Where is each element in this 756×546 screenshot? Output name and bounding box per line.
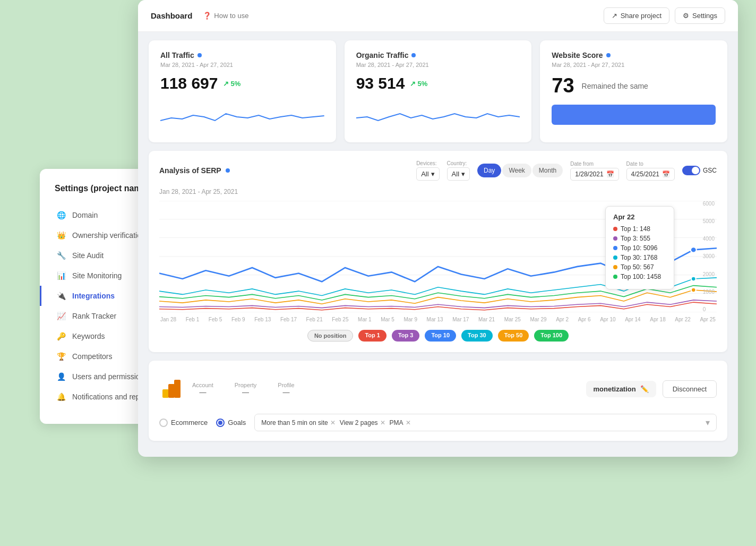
ecommerce-radio[interactable]: Ecommerce — [159, 419, 208, 427]
x-label: Apr 6 — [578, 317, 591, 322]
profile-group: Profile — — [278, 382, 294, 396]
tooltip-dot — [613, 275, 617, 279]
date-to-control: Date to 4/25/2021 📅 — [626, 161, 675, 181]
sidebar-item-label: Keywords — [72, 332, 105, 340]
x-label: Mar 25 — [504, 317, 521, 322]
disconnect-button[interactable]: Disconnect — [663, 380, 717, 398]
x-label: Apr 10 — [600, 317, 615, 322]
howto-link[interactable]: ❓ How to use — [203, 12, 248, 20]
organic-traffic-value-row: 93 514 ↗ 5% — [356, 74, 520, 92]
x-label: Jan 28 — [160, 317, 176, 322]
website-score-dot — [606, 53, 611, 57]
x-label: Apr 18 — [650, 317, 665, 322]
all-traffic-change: ↗ 5% — [223, 80, 240, 88]
domain-icon: 🌐 — [56, 210, 66, 220]
gsc-toggle[interactable]: GSC — [682, 166, 717, 175]
tooltip-row: Top 50: 567 — [613, 263, 666, 271]
sidebar-item-label: Site Monitoring — [72, 271, 122, 280]
tooltip-rows: Top 1: 148 Top 3: 555 Top 10: 5096 Top 3… — [613, 225, 666, 280]
ownership-icon: 👑 — [56, 231, 66, 240]
x-label: Apr 2 — [556, 317, 569, 322]
serp-date-range: Jan 28, 2021 - Apr 25, 2021 — [159, 188, 717, 195]
keywords-icon: 🔑 — [56, 331, 66, 341]
dashboard-title: Dashboard — [151, 11, 192, 20]
header-left: Dashboard ❓ How to use — [151, 11, 248, 20]
period-selector: Day Week Month — [477, 164, 563, 177]
sidebar-item-label: Integrations — [72, 292, 115, 300]
ga-logo — [159, 377, 184, 401]
all-traffic-sparkline — [160, 102, 324, 130]
svg-point-8 — [691, 277, 696, 281]
chart-tooltip: Apr 22 Top 1: 148 Top 3: 555 Top 10: 509… — [605, 206, 674, 289]
x-label: Mar 9 — [403, 317, 417, 322]
chart-legend: No positionTop 1Top 3Top 10Top 30Top 50T… — [159, 330, 717, 342]
remove-tag-button[interactable]: ✕ — [380, 419, 385, 426]
integrations-icon: 🔌 — [56, 291, 66, 301]
serp-header: Analysis of SERP Devices: All ▾ Country:… — [159, 160, 717, 181]
integration-labels: Account — Property — Profile — — [192, 382, 578, 396]
integration-right: monetization ✏️ Disconnect — [586, 380, 717, 398]
up-arrow-icon: ↗ — [410, 80, 416, 88]
dashboard-window: Dashboard ❓ How to use ↗ Share project ⚙… — [138, 0, 738, 457]
sidebar-item-label: Users and permissions — [72, 372, 148, 381]
x-label: Feb 13 — [254, 317, 271, 322]
question-icon: ❓ — [203, 12, 211, 20]
settings-button[interactable]: ⚙ Settings — [675, 7, 725, 24]
devices-control: Devices: All ▾ — [416, 160, 439, 181]
legend-pill[interactable]: No position — [307, 330, 354, 342]
remove-tag-button[interactable]: ✕ — [406, 419, 411, 426]
all-traffic-header: All Traffic — [160, 51, 324, 59]
toggle-switch[interactable] — [682, 166, 700, 175]
score-bar — [552, 105, 716, 125]
header-actions: ↗ Share project ⚙ Settings — [604, 7, 725, 24]
goals-radio-circle — [216, 419, 225, 427]
all-traffic-card: All Traffic Mar 28, 2021 - Apr 27, 2021 … — [149, 40, 336, 142]
chevron-down-icon: ▾ — [461, 170, 465, 178]
organic-traffic-header: Organic Traffic — [356, 51, 520, 59]
legend-pill[interactable]: Top 1 — [358, 330, 386, 342]
edit-icon[interactable]: ✏️ — [640, 385, 649, 393]
site-monitoring-icon: 📊 — [56, 271, 66, 280]
tooltip-dot — [613, 236, 617, 241]
up-arrow-icon: ↗ — [223, 80, 229, 88]
x-label: Mar 17 — [452, 317, 469, 322]
chevron-down-icon: ▾ — [431, 170, 435, 178]
country-select[interactable]: All ▾ — [447, 167, 470, 181]
country-control: Country: All ▾ — [447, 160, 470, 181]
x-label: Feb 17 — [280, 317, 297, 322]
tooltip-dot — [613, 246, 617, 250]
x-label: Apr 25 — [700, 317, 715, 322]
goals-radio[interactable]: Goals — [216, 419, 246, 427]
tooltip-row: Top 10: 5096 — [613, 244, 666, 252]
svg-rect-12 — [168, 384, 175, 398]
calendar-icon: 📅 — [662, 170, 670, 178]
date-from-control: Date from 1/28/2021 📅 — [570, 161, 618, 181]
serp-dot — [226, 168, 230, 173]
dashboard-header: Dashboard ❓ How to use ↗ Share project ⚙… — [138, 0, 738, 32]
integration-row: Account — Property — Profile — monetizat… — [159, 370, 717, 407]
x-label: Feb 9 — [231, 317, 245, 322]
devices-select[interactable]: All ▾ — [416, 167, 439, 181]
day-button[interactable]: Day — [477, 164, 501, 177]
remove-tag-button[interactable]: ✕ — [330, 419, 336, 426]
account-group: Account — — [192, 382, 213, 396]
legend-pill[interactable]: Top 100 — [534, 330, 569, 342]
week-button[interactable]: Week — [502, 164, 531, 177]
legend-pill[interactable]: Top 30 — [461, 330, 493, 342]
x-label: Feb 21 — [306, 317, 323, 322]
date-from-input[interactable]: 1/28/2021 📅 — [570, 168, 618, 181]
legend-pill[interactable]: Top 50 — [498, 330, 529, 342]
site-audit-icon: 🔧 — [56, 251, 66, 260]
tooltip-row: Top 30: 1768 — [613, 254, 666, 261]
share-project-button[interactable]: ↗ Share project — [604, 7, 669, 24]
legend-pill[interactable]: Top 3 — [392, 330, 420, 342]
x-label: Mar 5 — [381, 317, 394, 322]
serp-controls: Devices: All ▾ Country: All ▾ Day Week — [416, 160, 717, 181]
legend-pill[interactable]: Top 10 — [425, 330, 456, 342]
date-to-input[interactable]: 4/25/2021 📅 — [626, 168, 675, 181]
score-row: 73 Remained the same — [552, 74, 716, 97]
chart-area: 6000 5000 4000 3000 2000 1000 0 Apr 22 T… — [159, 201, 717, 312]
integrations-section: Account — Property — Profile — monetizat… — [149, 361, 727, 441]
month-button[interactable]: Month — [532, 164, 563, 177]
serp-title-row: Analysis of SERP — [159, 166, 230, 175]
